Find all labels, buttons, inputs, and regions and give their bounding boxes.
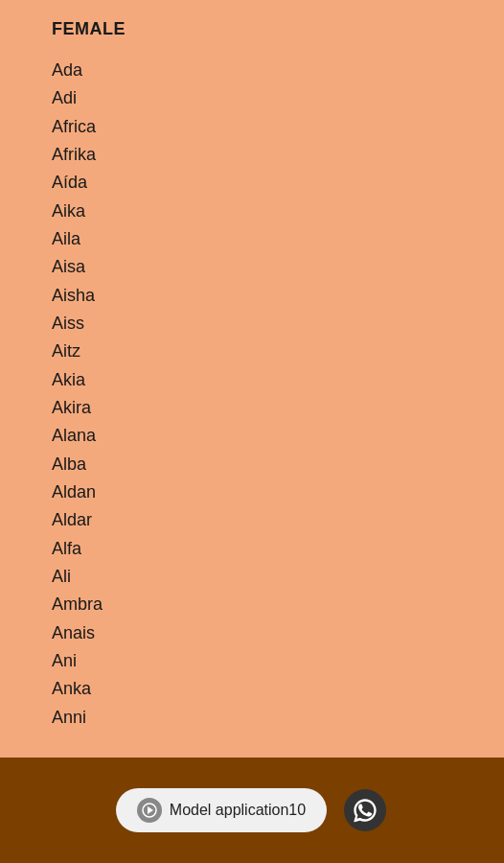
names-list: AdaAdiAfricaAfrikaAídaAikaAilaAisaAishaA… [52, 57, 475, 732]
list-item: Africa [52, 113, 475, 141]
list-item: Alana [52, 422, 475, 450]
list-item: Aída [52, 169, 475, 197]
list-item: Akira [52, 394, 475, 422]
list-item: Ambra [52, 591, 475, 618]
svg-marker-1 [148, 806, 153, 814]
list-item: Afrika [52, 141, 475, 169]
list-item: Ada [52, 57, 475, 84]
list-item: Aila [52, 225, 475, 253]
list-item: Aiss [52, 310, 475, 338]
list-item: Aldar [52, 506, 475, 534]
list-item: Adi [52, 84, 475, 112]
model-button-icon [137, 798, 162, 823]
main-content: FEMALE AdaAdiAfricaAfrikaAídaAikaAilaAis… [0, 0, 504, 758]
model-button-label: Model application10 [170, 802, 306, 819]
model-application-button[interactable]: Model application10 [116, 788, 327, 832]
whatsapp-button[interactable] [342, 787, 388, 833]
list-item: Anni [52, 704, 475, 732]
bottom-bar: Model application10 [0, 758, 504, 863]
list-item: Aisa [52, 253, 475, 281]
list-item: Anais [52, 619, 475, 647]
whatsapp-icon [344, 789, 386, 831]
list-item: Akia [52, 366, 475, 394]
list-item: Anka [52, 675, 475, 703]
list-item: Alba [52, 451, 475, 478]
section-title: FEMALE [52, 19, 475, 39]
list-item: Aitz [52, 338, 475, 365]
list-item: Aika [52, 198, 475, 225]
list-item: Ali [52, 563, 475, 591]
list-item: Aisha [52, 282, 475, 310]
list-item: Ani [52, 647, 475, 675]
list-item: Aldan [52, 478, 475, 506]
list-item: Alfa [52, 535, 475, 563]
